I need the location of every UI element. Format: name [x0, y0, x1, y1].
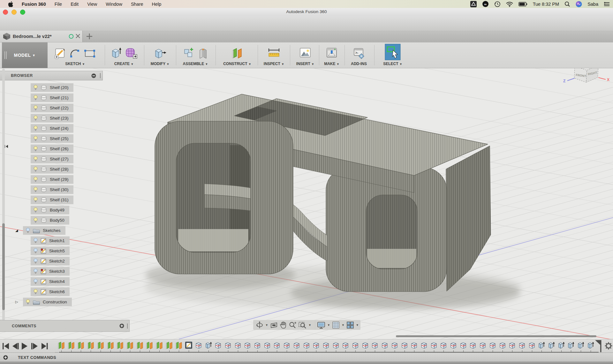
timeline-feature-form[interactable]	[234, 341, 241, 349]
create-sketch-icon[interactable]	[54, 47, 66, 60]
timeline-feature-extrude[interactable]	[587, 341, 594, 349]
spotlight-icon[interactable]	[564, 1, 570, 7]
timeline-marker[interactable]	[594, 340, 603, 353]
ribbon-group-label[interactable]: MODIFY ▼	[146, 62, 174, 66]
timeline-feature-sketch-active[interactable]	[185, 341, 192, 349]
3d-print-icon[interactable]	[325, 46, 338, 60]
menu-item-file[interactable]: File	[55, 2, 62, 7]
timeline-feature-form[interactable]	[430, 341, 437, 349]
timeline-feature-extrude[interactable]	[548, 341, 555, 349]
text-commands-bar[interactable]: TEXT COMMANDS	[0, 353, 613, 362]
menubar-clock[interactable]: Tue 8:32 PM	[533, 2, 559, 7]
close-window-button[interactable]	[3, 10, 8, 15]
form-lattice-icon[interactable]	[125, 46, 138, 60]
visibility-bulb-icon[interactable]	[34, 248, 38, 254]
timeline-feature-form[interactable]	[469, 341, 476, 349]
visibility-bulb-icon[interactable]	[34, 238, 38, 243]
timeline-feature-plane[interactable]	[117, 341, 124, 349]
ribbon-group-inspect[interactable]: INSPECT ▼	[259, 42, 289, 68]
browser-item-sketch2[interactable]: Sketch2	[31, 257, 70, 265]
comments-resize-grip[interactable]	[127, 323, 128, 329]
browser-item-shelf-25-[interactable]: Shelf (25)	[31, 134, 73, 143]
zoom-icon[interactable]	[289, 321, 296, 329]
visibility-bulb-icon[interactable]	[34, 218, 38, 223]
ribbon-group-label[interactable]: INSERT ▼	[292, 62, 318, 66]
menubar-user[interactable]: Saba	[587, 2, 598, 7]
menu-item-view[interactable]: View	[87, 2, 97, 7]
ribbon-group-modify[interactable]: MODIFY ▼	[146, 42, 174, 68]
comments-panel[interactable]: COMMENTS	[0, 320, 130, 332]
timeline-feature-plane[interactable]	[175, 341, 182, 349]
browser-item-shelf-30-[interactable]: Shelf (30)	[31, 185, 73, 194]
browser-item-shelf-24-[interactable]: Shelf (24)	[31, 124, 73, 133]
timeline-feature-extrude[interactable]	[567, 341, 574, 349]
viewport-3d[interactable]: Y X Z FRONT RIGHT	[0, 68, 613, 339]
browser-item-shelf-28-[interactable]: Shelf (28)	[31, 165, 73, 174]
display-settings-icon[interactable]	[317, 321, 325, 329]
timeline-feature-form[interactable]	[509, 341, 516, 349]
pan-icon[interactable]	[280, 321, 287, 329]
visibility-bulb-icon[interactable]	[34, 156, 38, 162]
browser-item-shelf-21-[interactable]: Shelf (21)	[31, 93, 73, 102]
orbit-icon[interactable]	[256, 321, 263, 329]
visibility-bulb-icon[interactable]	[34, 258, 38, 264]
timeline-feature-form[interactable]	[450, 341, 457, 349]
timeline-feature-form[interactable]	[303, 341, 310, 349]
timeline-feature-form[interactable]	[342, 341, 349, 349]
browser-item-sketch3[interactable]: Sketch3	[31, 267, 70, 276]
ribbon-group-select[interactable]: SELECT ▼	[379, 42, 406, 68]
timeline-feature-form[interactable]	[440, 341, 447, 349]
grid-dropdown-arrow[interactable]: ▼	[342, 323, 344, 327]
ribbon-group-label[interactable]: INSPECT ▼	[259, 62, 289, 66]
timeline-settings-gear-icon[interactable]	[604, 342, 613, 350]
gdrive-icon[interactable]	[470, 1, 477, 7]
document-tab[interactable]: Bedroom...le v22*	[0, 31, 83, 42]
viewports-icon[interactable]	[346, 321, 354, 329]
browser-item-shelf-29-[interactable]: Shelf (29)	[31, 175, 73, 184]
ribbon-group-assemble[interactable]: ASSEMBLE ▼	[178, 42, 213, 68]
timeline-feature-form[interactable]	[283, 341, 290, 349]
timeline-feature-form[interactable]	[381, 341, 388, 349]
sync-status-icon[interactable]	[69, 34, 74, 39]
timeline-feature-plane[interactable]	[136, 341, 143, 349]
shelf-3d-model[interactable]	[155, 94, 491, 292]
browser-item-sketch6[interactable]: Sketch6	[31, 287, 70, 296]
browser-item-construction[interactable]: Construction	[23, 298, 72, 306]
ribbon-group-label[interactable]: ASSEMBLE ▼	[178, 62, 213, 66]
new-tab-button[interactable]	[86, 33, 93, 40]
arc-tool-icon[interactable]	[69, 47, 80, 60]
addins-console-icon[interactable]: >-	[352, 46, 366, 60]
browser-item-shelf-22-[interactable]: Shelf (22)	[31, 104, 73, 112]
timeline-feature-extrude[interactable]	[558, 341, 565, 349]
timeline-feature-plane[interactable]	[166, 341, 173, 349]
browser-item-body50[interactable]: Body50	[31, 216, 69, 225]
timeline-feature-form[interactable]	[332, 341, 339, 349]
visibility-bulb-icon[interactable]	[34, 187, 38, 192]
viewcube[interactable]: Y X Z FRONT RIGHT	[563, 68, 609, 83]
ribbon-group-label[interactable]: ADD-INS ▼	[347, 62, 371, 66]
ribbon-group-label[interactable]: MAKE ▼	[321, 62, 343, 66]
timeline-feature-form[interactable]	[371, 341, 378, 349]
visibility-bulb-icon[interactable]	[34, 167, 38, 172]
browser-item-shelf-31-[interactable]: Shelf (31)	[31, 196, 73, 204]
ribbon-group-create[interactable]: CREATE ▼	[106, 42, 142, 68]
menu-item-edit[interactable]: Edit	[71, 2, 79, 7]
timeline-feature-extrude[interactable]	[538, 341, 545, 349]
timeline-scrollbar[interactable]	[396, 335, 596, 337]
ribbon-group-sketch[interactable]: SKETCH ▼	[49, 42, 102, 68]
grid-settings-icon[interactable]	[332, 321, 340, 329]
timeline-feature-plane[interactable]	[77, 341, 84, 349]
minimize-window-button[interactable]	[11, 10, 17, 15]
browser-options-icon[interactable]	[91, 73, 96, 78]
timeline-feature-form[interactable]	[244, 341, 251, 349]
browser-panel-header[interactable]: BROWSER	[0, 71, 103, 80]
visibility-bulb-icon[interactable]	[26, 299, 30, 305]
extrude-icon[interactable]	[110, 46, 122, 60]
creative-cloud-icon[interactable]: ∞	[482, 1, 489, 7]
ribbon-group-insert[interactable]: INSERT ▼	[292, 42, 318, 68]
timeline-feature-form[interactable]	[195, 341, 202, 349]
browser-item-sketch5[interactable]: Sketch5	[31, 247, 70, 255]
ribbon-group-label[interactable]: CONSTRUCT ▼	[218, 62, 256, 66]
time-machine-icon[interactable]	[494, 1, 501, 7]
timeline-feature-form[interactable]	[254, 341, 261, 349]
